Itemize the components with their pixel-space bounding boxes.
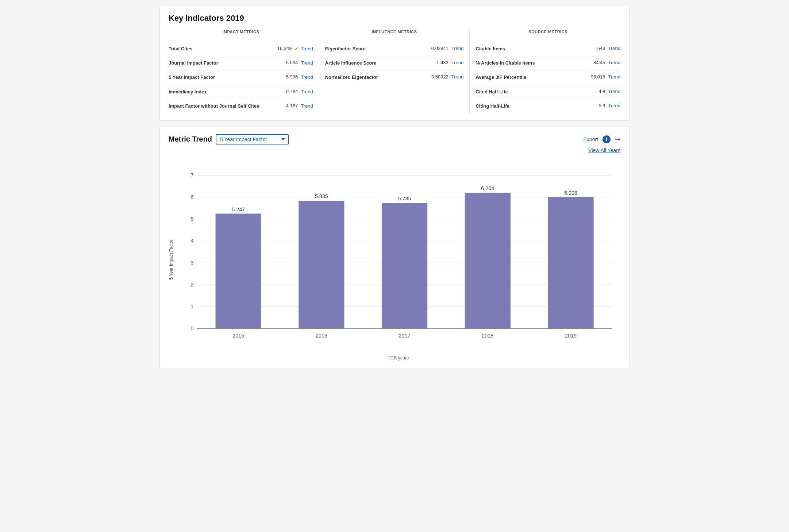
view-all-years-link[interactable]: View All Years: [588, 147, 620, 153]
metric-value: 0.02941: [430, 46, 449, 51]
metric-row: Article Influence Score 1.433 Trend: [325, 56, 464, 70]
metric-trend-select[interactable]: 5 Year Impact FactorJournal Impact Facto…: [216, 134, 289, 144]
metric-value: 0.784: [280, 89, 298, 94]
svg-text:5.247: 5.247: [232, 207, 245, 212]
metric-value: 95.016: [587, 74, 605, 80]
trend-link[interactable]: Trend: [301, 46, 313, 51]
metric-row: Cited Half-Life 4.8 Trend: [476, 85, 620, 99]
metric-row: Citable Items 643 Trend: [476, 42, 620, 56]
export-link[interactable]: Export: [584, 136, 598, 142]
svg-text:2016: 2016: [316, 333, 327, 339]
svg-text:6: 6: [190, 194, 193, 200]
metric-row: Journal Impact Factor 5.034 Trend: [169, 56, 313, 70]
metric-row: Total Cites 16,349 ✓ Trend: [169, 42, 313, 56]
metric-label: Average JIF Percentile: [476, 74, 587, 81]
trend-link[interactable]: Trend: [301, 60, 313, 66]
bar[interactable]: [465, 193, 511, 328]
svg-text:2018: 2018: [482, 333, 493, 339]
key-indicators-card: Key Indicators 2019 IMPACT METRICS Total…: [159, 6, 630, 121]
source-metrics-header: SOURCE METRICS: [476, 30, 620, 37]
check-icon: ✓: [295, 46, 299, 51]
trend-link[interactable]: Trend: [301, 74, 313, 80]
svg-text:0: 0: [190, 325, 193, 331]
trend-link[interactable]: Trend: [301, 103, 313, 109]
metric-value: 5.034: [280, 60, 298, 65]
metric-row: Citing Half-Life 5.9 Trend: [476, 99, 620, 113]
trend-title-group: Metric Trend 5 Year Impact FactorJournal…: [169, 134, 289, 144]
trend-link[interactable]: Trend: [451, 74, 463, 80]
trend-link[interactable]: Trend: [608, 74, 620, 80]
metric-value: 643: [587, 46, 605, 51]
metric-label: Immediacy Index: [169, 89, 280, 95]
view-all-years-container: View All Years: [169, 147, 620, 153]
page-title: Key Indicators 2019: [169, 14, 620, 23]
influence-metrics-column: INFLUENCE METRICS Eigenfactor Score 0.02…: [319, 30, 470, 113]
trend-header: Metric Trend 5 Year Impact FactorJournal…: [169, 134, 620, 144]
metric-row: % Articles in Citable Items 84.45 Trend: [476, 56, 620, 70]
bar[interactable]: [548, 197, 593, 328]
info-icon[interactable]: i: [603, 135, 611, 143]
metric-label: Citing Half-Life: [476, 103, 587, 109]
metrics-grid: IMPACT METRICS Total Cites 16,349 ✓ Tren…: [169, 30, 620, 113]
metric-value: 5.9: [587, 103, 605, 108]
metric-trend-card: Metric Trend 5 Year Impact FactorJournal…: [159, 127, 630, 368]
metric-label: Eigenfactor Score: [325, 46, 430, 52]
metric-label: Article Influence Score: [325, 60, 430, 66]
metric-value: 5.996: [280, 74, 298, 80]
influence-metrics-rows: Eigenfactor Score 0.02941 Trend Article …: [325, 42, 464, 85]
bar[interactable]: [382, 203, 427, 328]
bar-chart: 012345675.24720155.83520165.73520176.204…: [177, 159, 620, 353]
trend-indicator: Trend: [301, 60, 313, 66]
trend-indicator: ✓ Trend: [295, 46, 313, 51]
trend-indicator: Trend: [301, 74, 313, 80]
metric-label: Normalized Eigenfactor: [325, 74, 430, 81]
chart-area: 012345675.24720155.83520165.73520176.204…: [177, 159, 620, 361]
metric-label: Total Cites: [169, 46, 273, 52]
svg-text:5.996: 5.996: [564, 190, 577, 196]
impact-metrics-header: IMPACT METRICS: [169, 30, 313, 37]
metric-value: 3.58922: [430, 74, 449, 80]
trend-link[interactable]: Trend: [608, 89, 620, 94]
x-axis-label: JCR years: [177, 355, 620, 361]
trend-link[interactable]: Trend: [608, 46, 620, 51]
trend-link[interactable]: Trend: [451, 60, 463, 65]
bar[interactable]: [216, 213, 261, 328]
trend-actions: Export i ↗: [584, 135, 620, 143]
svg-text:5: 5: [190, 216, 193, 222]
trend-link[interactable]: Trend: [608, 103, 620, 108]
metric-label: 5 Year Impact Factor: [169, 74, 280, 81]
metric-row: Eigenfactor Score 0.02941 Trend: [325, 42, 464, 56]
trend-link[interactable]: Trend: [608, 60, 620, 65]
metric-label: Citable Items: [476, 46, 587, 52]
svg-text:6.204: 6.204: [481, 185, 494, 191]
metric-value: 84.45: [587, 60, 605, 65]
svg-text:4: 4: [190, 238, 193, 244]
metric-label: Impact Factor without Journal Self Cites: [169, 103, 280, 109]
svg-text:7: 7: [190, 172, 193, 178]
trend-title: Metric Trend: [169, 135, 212, 143]
impact-metrics-column: IMPACT METRICS Total Cites 16,349 ✓ Tren…: [169, 30, 319, 113]
metric-label: % Articles in Citable Items: [476, 60, 587, 66]
metric-row: 5 Year Impact Factor 5.996 Trend: [169, 70, 313, 85]
bar[interactable]: [299, 201, 344, 328]
svg-text:3: 3: [190, 260, 193, 266]
metric-label: Cited Half-Life: [476, 89, 587, 95]
chart-container: 5 Year Impact Factor 012345675.24720155.…: [169, 159, 620, 361]
trend-indicator: Trend: [301, 89, 313, 95]
metric-row: Normalized Eigenfactor 3.58922 Trend: [325, 70, 464, 84]
expand-icon[interactable]: ↗: [613, 135, 622, 144]
trend-indicator: Trend: [301, 103, 313, 109]
trend-link[interactable]: Trend: [301, 89, 313, 95]
source-metrics-column: SOURCE METRICS Citable Items 643 Trend %…: [470, 30, 620, 113]
metric-row: Average JIF Percentile 95.016 Trend: [476, 70, 620, 85]
trend-link[interactable]: Trend: [451, 46, 463, 51]
svg-text:2015: 2015: [232, 333, 244, 339]
metric-row: Impact Factor without Journal Self Cites…: [169, 99, 313, 113]
influence-metrics-header: INFLUENCE METRICS: [325, 30, 464, 37]
metric-row: Immediacy Index 0.784 Trend: [169, 85, 313, 99]
metric-value: 4.8: [587, 89, 605, 94]
svg-text:2017: 2017: [399, 333, 411, 339]
source-metrics-rows: Citable Items 643 Trend % Articles in Ci…: [476, 42, 620, 113]
impact-metrics-rows: Total Cites 16,349 ✓ Trend Journal Impac…: [169, 42, 313, 113]
svg-text:2: 2: [190, 282, 193, 288]
